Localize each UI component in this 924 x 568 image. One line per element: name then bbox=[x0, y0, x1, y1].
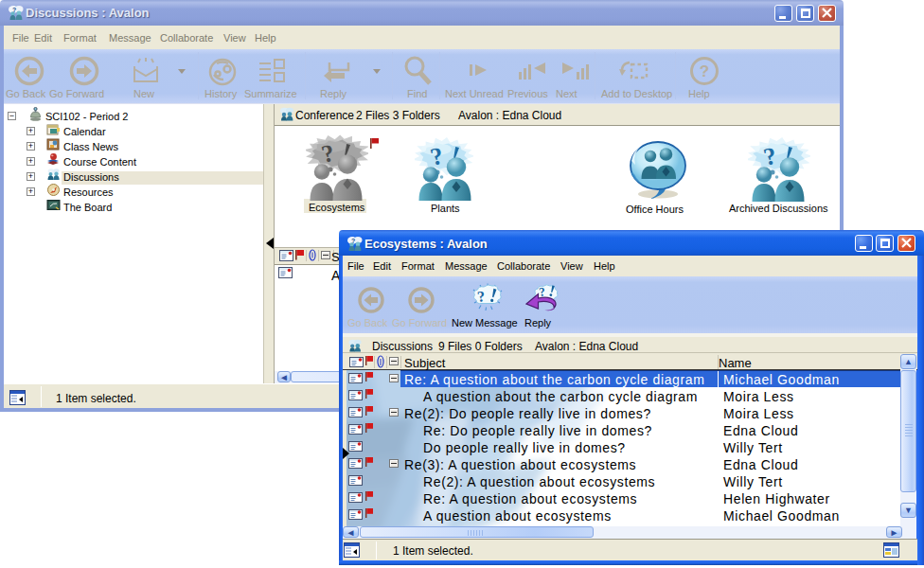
svg-text:?: ? bbox=[700, 62, 709, 80]
